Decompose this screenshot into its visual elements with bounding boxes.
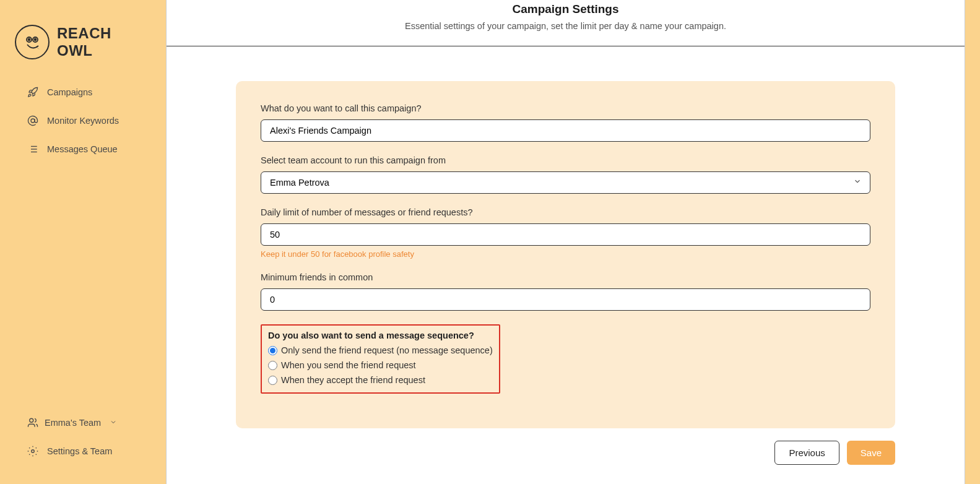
radio-input-when-send[interactable] [268,361,277,370]
team-account-label: Select team account to run this campaign… [261,155,870,165]
page-subtitle: Essential settings of your campaign, set… [179,21,952,31]
sidebar-item-campaigns[interactable]: Campaigns [0,78,166,106]
team-selector[interactable]: Emma's Team [0,408,166,437]
save-button[interactable]: Save [847,441,895,465]
sidebar-item-messages-queue[interactable]: Messages Queue [0,135,166,163]
daily-limit-label: Daily limit of number of messages or fri… [261,207,870,217]
svg-point-11 [30,418,33,422]
radio-input-when-accept[interactable] [268,376,277,385]
rocket-icon [27,87,38,98]
brand-name: REACH OWL [57,25,151,59]
page-title: Campaign Settings [179,2,952,16]
radio-option-only-request[interactable]: Only send the friend request (no message… [268,345,493,355]
radio-label: Only send the friend request (no message… [281,345,493,355]
gear-icon [27,446,38,457]
daily-limit-input[interactable] [261,223,870,246]
at-icon [27,115,38,126]
settings-form-card: What do you want to call this campaign? … [236,81,895,428]
min-friends-input[interactable] [261,288,870,311]
team-account-select[interactable] [261,171,870,194]
owl-icon [15,25,50,59]
brand-logo: REACH OWL [0,12,166,78]
sidebar-item-label: Settings & Team [47,446,112,456]
svg-point-4 [31,119,35,123]
radio-option-when-accept[interactable]: When they accept the friend request [268,375,493,385]
radio-label: When you send the friend request [281,360,416,370]
message-sequence-question: Do you also want to send a message seque… [268,331,493,340]
form-actions: Previous Save [236,441,895,465]
main-content: Campaign Settings Essential settings of … [166,0,980,484]
radio-option-when-send[interactable]: When you send the friend request [268,360,493,370]
svg-point-3 [35,39,37,41]
page-header: Campaign Settings Essential settings of … [167,0,965,46]
sidebar-item-label: Messages Queue [47,144,118,154]
sidebar-item-settings[interactable]: Settings & Team [0,437,166,465]
sidebar: REACH OWL Campaigns Monitor [0,0,166,484]
list-icon [27,144,38,155]
daily-limit-helper: Keep it under 50 for facebook profile sa… [261,249,870,259]
radio-input-only-request[interactable] [268,346,277,355]
chevron-down-icon [110,418,117,428]
radio-label: When they accept the friend request [281,375,425,385]
min-friends-label: Minimum friends in common [261,272,870,282]
users-icon [27,417,38,428]
campaign-name-input[interactable] [261,119,870,142]
sidebar-item-label: Campaigns [47,87,92,97]
svg-point-2 [28,39,30,41]
team-label: Emma's Team [45,418,101,428]
svg-point-12 [32,450,35,453]
message-sequence-group: Do you also want to send a message seque… [261,324,500,394]
sidebar-item-monitor-keywords[interactable]: Monitor Keywords [0,106,166,135]
sidebar-item-label: Monitor Keywords [47,116,119,126]
campaign-name-label: What do you want to call this campaign? [261,103,870,113]
previous-button[interactable]: Previous [774,441,839,465]
